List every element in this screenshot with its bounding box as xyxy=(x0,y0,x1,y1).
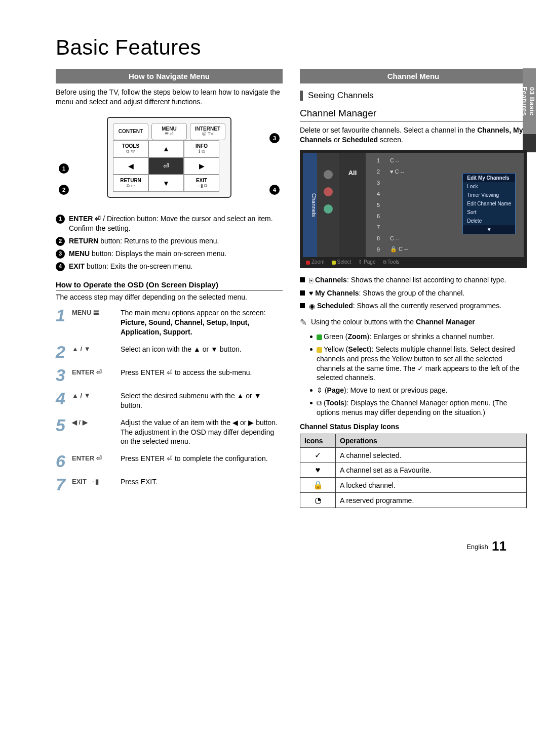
callout-item: 3MENU button: Displays the main on-scree… xyxy=(56,249,283,259)
colour-item: ⇕ (Page): Move to next or previous page. xyxy=(310,386,527,395)
remote-return: RETURN⧉ ↩ xyxy=(113,175,148,192)
remote-diagram: 1 2 3 4 CONTENT MENU𝌆 ⏎ INTERNET@ TV TOO… xyxy=(56,112,283,206)
channel-type-item: ◉ Scheduled: Shows all the currently res… xyxy=(300,301,527,311)
nav-intro: Before using the TV, follow the steps be… xyxy=(56,88,283,107)
callout-item: 4EXIT button: Exits the on-screen menu. xyxy=(56,262,283,271)
colour-item: Yellow (Select): Selects multiple channe… xyxy=(310,345,527,383)
osd-desc: The access step may differ depending on … xyxy=(56,292,283,302)
osd-step-row: 7EXIT →▮Press EXIT. xyxy=(56,475,283,498)
osd-step-row: 4▲ / ▼Select the desired submenu with th… xyxy=(56,389,283,415)
callout-list: 1ENTER ⏎ / Direction button: Move the cu… xyxy=(56,214,283,271)
channel-manager-screenshot: Channels All 1C --2♥ C --345678C --9🔒 C … xyxy=(300,150,527,268)
osd-step-row: 6ENTER ⏎Press ENTER ⏎ to complete the co… xyxy=(56,451,283,475)
remote-exit: EXIT→▮ ⧉ xyxy=(184,175,219,192)
callout-item: 2RETURN button: Returns to the previous … xyxy=(56,236,283,246)
callout-item: 1ENTER ⏎ / Direction button: Move the cu… xyxy=(56,214,283,233)
remote-tools: TOOLS⧉ ⚒ xyxy=(113,140,148,157)
osd-step-row: 1MENU 𝌆The main menu options appear on t… xyxy=(56,306,283,342)
colour-buttons-note: ✎ Using the colour buttons with the Chan… xyxy=(300,317,527,329)
remote-down: ▼ xyxy=(148,175,184,192)
section-tab: 03 Basic Features xyxy=(523,68,536,134)
channel-type-item: ♥ My Channels: Shows the group of the ch… xyxy=(300,288,527,299)
status-icon-row: ♥A channel set as a Favourite. xyxy=(300,463,527,478)
cm-all-label: All xyxy=(339,153,366,257)
note-icon: ✎ xyxy=(300,317,307,329)
cm-row: 9🔒 C -- xyxy=(370,244,520,255)
remote-enter: ⏎ xyxy=(148,157,184,175)
remote-menu: MENU𝌆 ⏎ xyxy=(151,123,187,140)
cm-row: 8C -- xyxy=(370,233,520,244)
osd-heading: How to Operate the OSD (On Screen Displa… xyxy=(56,280,283,290)
colour-item: ⧉ (Tools): Displays the Channel Manager … xyxy=(310,398,527,417)
colour-buttons-list: Green (Zoom): Enlarges or shrinks a chan… xyxy=(310,332,527,417)
cm-icon-column xyxy=(317,153,339,257)
channel-type-item: ⎘ Channels: Shows the channel list accor… xyxy=(300,275,527,285)
channel-menu-bar: Channel Menu xyxy=(300,69,527,83)
callout-1: 1 xyxy=(59,163,69,174)
channel-type-list: ⎘ Channels: Shows the channel list accor… xyxy=(300,275,527,311)
callout-3: 3 xyxy=(269,133,280,143)
osd-step-row: 2▲ / ▼Select an icon with the ▲ or ▼ but… xyxy=(56,342,283,365)
cm-context-menu: Edit My Channels Lock Timer Viewing Edit… xyxy=(462,173,516,234)
channel-manager-desc: Delete or set favourite channels. Select… xyxy=(300,125,527,145)
status-icons-head: Channel Status Display Icons xyxy=(300,423,527,431)
callout-2: 2 xyxy=(59,185,69,195)
osd-step-row: 5◀ / ▶Adjust the value of an item with t… xyxy=(56,415,283,452)
seeing-channels-head: Seeing Channels xyxy=(300,91,527,101)
colour-item: Green (Zoom): Enlarges or shrinks a chan… xyxy=(310,332,527,342)
remote-up: ▲ xyxy=(148,140,184,157)
remote-content: CONTENT xyxy=(113,123,148,140)
remote-left: ◀ xyxy=(113,157,148,175)
status-icon-row: 🔒A locked channel. xyxy=(300,478,527,493)
remote-internet: INTERNET@ TV xyxy=(190,123,225,140)
cm-tab-channels: Channels xyxy=(303,153,317,257)
remote-right: ▶ xyxy=(184,157,219,175)
osd-step-row: 3ENTER ⏎Press ENTER ⏎ to access the sub-… xyxy=(56,365,283,389)
status-icon-row: ✓A channel selected. xyxy=(300,448,527,463)
status-icons-table: IconsOperations ✓A channel selected.♥A c… xyxy=(300,434,527,508)
osd-steps-table: 1MENU 𝌆The main menu options appear on t… xyxy=(56,306,283,498)
page-title: Basic Features xyxy=(56,35,527,60)
callout-4: 4 xyxy=(269,185,280,195)
page-footer: English 11 xyxy=(56,538,527,554)
cm-row: 1C -- xyxy=(370,155,520,166)
channel-manager-head: Channel Manager xyxy=(300,108,527,121)
nav-menu-bar: How to Navigate Menu xyxy=(56,69,283,83)
remote-info: INFOℹ ⧉ xyxy=(184,140,219,157)
cm-footer: Zoom Select ⇕ Page ⧉ Tools xyxy=(303,257,524,265)
status-icon-row: ◔A reserved programme. xyxy=(300,493,527,508)
